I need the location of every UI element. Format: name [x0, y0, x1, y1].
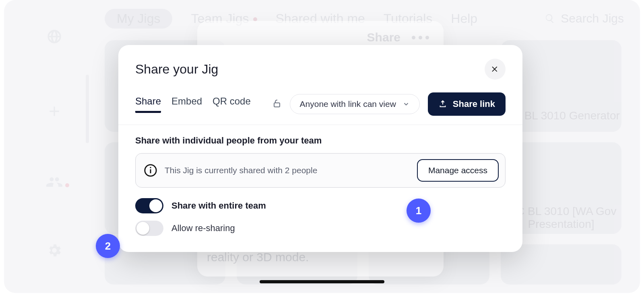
allow-reshare-label: Allow re-sharing — [171, 223, 235, 234]
divider — [118, 125, 522, 125]
plus-icon — [43, 100, 65, 122]
close-button[interactable] — [485, 59, 506, 80]
more-icon — [412, 36, 429, 39]
tab-share[interactable]: Share — [135, 96, 161, 113]
info-icon — [144, 164, 157, 177]
share-link-label: Share link — [453, 99, 495, 109]
team-icon — [43, 171, 65, 193]
tab-help: Help — [451, 11, 477, 26]
modal-title: Share your Jig — [135, 62, 218, 77]
svg-point-3 — [150, 167, 151, 168]
upload-icon — [438, 100, 447, 109]
gear-icon — [43, 240, 65, 261]
share-link-button[interactable]: Share link — [428, 92, 506, 116]
tab-embed[interactable]: Embed — [171, 96, 202, 113]
section-heading: Share with individual people from your t… — [135, 135, 506, 146]
share-mode-tabs: Share Embed QR code — [135, 96, 251, 113]
allow-reshare-toggle[interactable] — [135, 221, 163, 236]
search-field: Search Jigs — [545, 12, 624, 25]
globe-icon — [43, 26, 65, 47]
share-status-text: This Jig is currently shared with 2 peop… — [165, 166, 410, 175]
annotation-1: 1 — [407, 199, 431, 223]
share-status-box: This Jig is currently shared with 2 peop… — [135, 153, 506, 188]
manage-access-button[interactable]: Manage access — [417, 159, 499, 182]
sidebar — [4, 0, 89, 293]
tab-qr-code[interactable]: QR code — [213, 96, 251, 113]
lock-icon — [272, 98, 282, 110]
share-modal: Share your Jig Share Embed QR code Anyon… — [118, 45, 522, 252]
share-team-label: Share with entire team — [171, 201, 266, 211]
visibility-select[interactable]: Anyone with link can view — [290, 94, 420, 114]
share-team-toggle[interactable] — [135, 198, 163, 213]
search-icon — [545, 13, 555, 24]
popover-share-button: Share — [361, 31, 400, 44]
close-icon — [491, 65, 499, 73]
sidebar-divider — [86, 75, 89, 143]
svg-rect-0 — [274, 103, 280, 107]
notification-dot — [65, 183, 69, 187]
chevron-down-icon — [402, 100, 410, 108]
visibility-select-value: Anyone with link can view — [300, 99, 396, 109]
home-indicator — [260, 280, 384, 283]
tab-my-jigs: My Jigs — [105, 9, 172, 29]
annotation-2: 2 — [96, 234, 120, 258]
jig-card — [501, 244, 621, 285]
